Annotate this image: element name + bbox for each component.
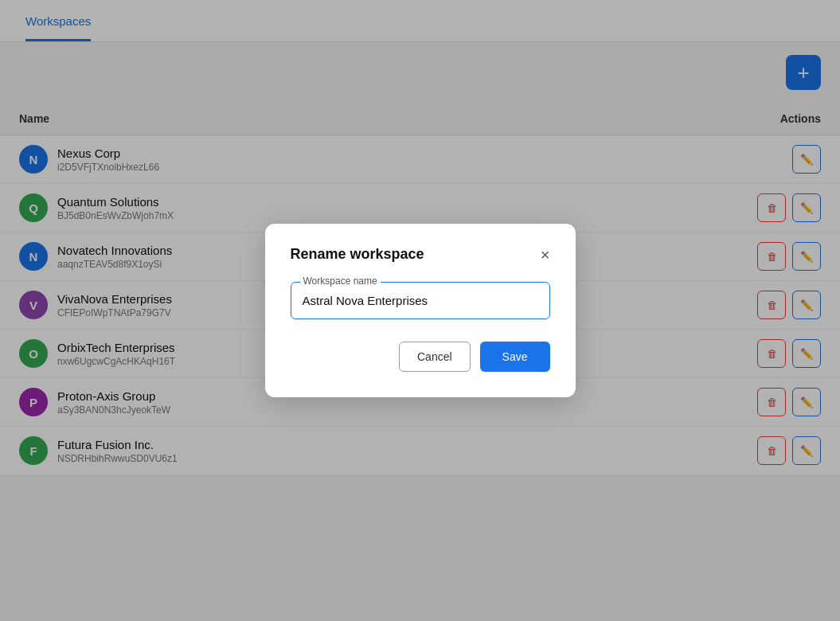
workspace-name-field-group: Workspace name [291, 282, 550, 319]
workspace-name-label: Workspace name [300, 275, 381, 287]
modal-title: Rename workspace [291, 246, 424, 263]
cancel-button[interactable]: Cancel [399, 342, 471, 372]
workspace-name-input[interactable] [291, 282, 550, 319]
modal-actions: Cancel Save [291, 342, 550, 372]
modal-overlay: Rename workspace × Workspace name Cancel… [0, 0, 840, 621]
save-button[interactable]: Save [480, 342, 550, 372]
modal-close-button[interactable]: × [541, 247, 550, 263]
main-container: Workspaces + Name Actions N Nexus Corp i… [0, 0, 840, 621]
rename-workspace-modal: Rename workspace × Workspace name Cancel… [265, 224, 576, 397]
modal-header: Rename workspace × [291, 246, 550, 263]
